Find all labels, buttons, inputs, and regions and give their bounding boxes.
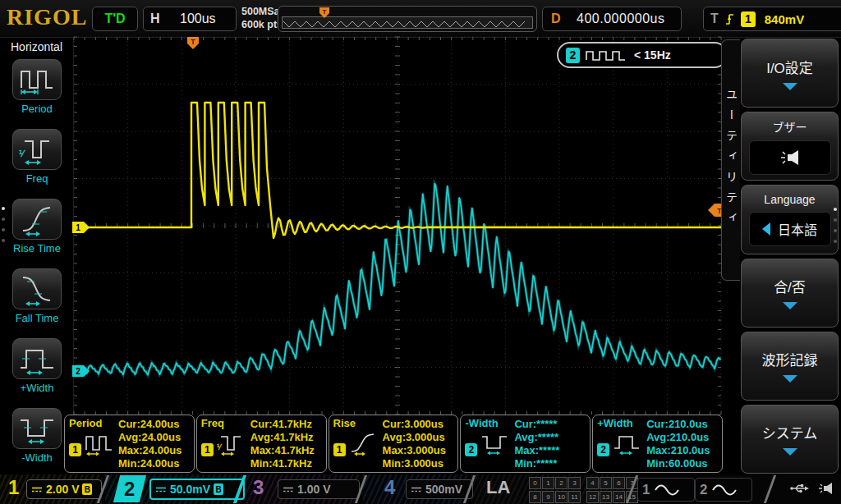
channel4-status[interactable]: 4 500mV [363, 474, 468, 504]
menu-item-plus-width[interactable]: +Width [7, 338, 67, 394]
menu-scroll-dots [2, 207, 5, 242]
source2-status[interactable]: 2 [695, 478, 752, 502]
chevron-down-icon [783, 83, 797, 90]
period-icon [84, 430, 115, 456]
la-digit: 13 [600, 491, 612, 503]
period-icon [17, 62, 57, 98]
channel3-status[interactable]: 3 1.00 V [243, 474, 360, 504]
waveform-display[interactable]: TT12 2 < 15Hz [74, 37, 721, 415]
menu-io-settings[interactable]: I/O設定 [741, 39, 839, 108]
menu-item-freq[interactable]: ⅟ Freq [7, 129, 67, 185]
la-digit: 8 [529, 491, 541, 503]
menu-language[interactable]: Language 日本語 [741, 185, 839, 254]
dc-coupling-icon [411, 486, 422, 493]
menu-item-rise-time[interactable]: Rise Time [7, 199, 67, 254]
channel2-badge: 2 [465, 443, 477, 456]
source2-number: 2 [700, 482, 707, 498]
la-digit: 10 [555, 491, 568, 503]
horizontal-timebase[interactable]: H 100us [143, 7, 237, 31]
logic-analyzer-status[interactable]: LA 0123456789101112131415 [471, 474, 631, 504]
svg-text:T: T [323, 8, 327, 16]
svg-text:T: T [191, 38, 195, 46]
menu-item-minus-width[interactable]: -Width [7, 408, 67, 464]
chevron-left-icon [762, 222, 770, 236]
rise-time-icon [348, 430, 379, 456]
channel-status-bar: 1 2.00 V B 2 50.0mV B [0, 474, 841, 504]
la-digit: 9 [542, 491, 554, 503]
bandwidth-icon: B [214, 483, 223, 495]
measurement-period: Period 1 Cur:24.00usAvg:24.00us Max:24.0… [64, 415, 195, 473]
menu-record[interactable]: 波形記録 [741, 332, 839, 401]
trigger-source-badge: 1 [741, 11, 756, 27]
trigger-status-badge: T'D [92, 7, 138, 31]
menu-page-dots [834, 208, 837, 243]
la-digit: 5 [600, 477, 612, 489]
source1-status[interactable]: 1 [637, 478, 695, 502]
rigol-logo: RIGOL [7, 4, 87, 30]
preview-trigger-marker-icon[interactable]: T [319, 7, 330, 23]
utility-menu: I/O設定 ブザー Language 日本語 合/否 波形記録 [741, 39, 839, 474]
menu-buzzer[interactable]: ブザー [741, 112, 839, 181]
plus-width-icon [17, 341, 57, 377]
channel1-status[interactable]: 1 2.00 V B [0, 474, 102, 504]
la-digit: 11 [568, 491, 581, 503]
measurement-freq: Freq 1 ⅟ Cur:41.7kHzAvg:41.7kHz Max:41.7… [196, 415, 327, 473]
channel2-number: 2 [113, 475, 146, 502]
utility-tab: ユーティリティ [721, 39, 740, 281]
svg-text:⅟: ⅟ [217, 443, 223, 451]
la-digit-grid: 0123456789101112131415 [529, 477, 638, 503]
bandwidth-icon: B [82, 483, 92, 495]
minus-width-icon [480, 430, 511, 456]
la-digit: 6 [613, 477, 625, 489]
la-digit: 1 [542, 477, 554, 489]
usb-icon [790, 483, 810, 494]
channel3-number: 3 [253, 476, 264, 499]
t-label: T [710, 11, 719, 26]
la-digit: 4 [586, 477, 599, 489]
menu-system[interactable]: システム [741, 405, 839, 474]
la-digit: 14 [613, 491, 625, 503]
delay-readout[interactable]: D 400.000000us [542, 7, 682, 31]
sine-wave-icon [654, 483, 680, 497]
h-label: H [150, 11, 160, 26]
language-value: 日本語 [778, 219, 817, 239]
speaker-icon [818, 482, 834, 495]
horizontal-preview[interactable]: T [278, 6, 537, 32]
dc-coupling-icon [155, 486, 167, 493]
channel1-number: 1 [8, 476, 19, 499]
dc-coupling-icon [283, 486, 294, 493]
channel2-badge: 2 [566, 48, 580, 63]
chevron-down-icon [783, 302, 797, 309]
la-digit: 3 [568, 477, 581, 489]
delay-value: 400.000000us [569, 11, 681, 26]
channel1-position-marker[interactable] [72, 222, 90, 233]
trigger-readout[interactable]: T 1 840mV [703, 7, 841, 31]
measure-menu: Horizontal Period ⅟ Freq [0, 38, 74, 474]
rise-time-icon [17, 201, 57, 237]
speaker-icon [779, 149, 802, 167]
menu-item-fall-time[interactable]: Fall Time [7, 268, 67, 324]
menu-item-period[interactable]: Period [7, 59, 67, 115]
menu-pass-fail[interactable]: 合/否 [741, 259, 839, 328]
channel3-scale: 1.00 V [297, 483, 330, 496]
measurement-minus-width: -Width 2 Cur:*****Avg:***** Max:*****Min… [460, 415, 591, 473]
la-digit: 2 [555, 477, 568, 489]
measurement-plus-width: +Width 2 Cur:210.0usAvg:210.0us Max:210.… [592, 415, 723, 473]
status-bar: RIGOL T'D H 100us 500MSa/s 600k pts T D … [0, 0, 841, 38]
channel1-scale: 2.00 V [46, 483, 79, 496]
measurement-rise: Rise 1 Cur:3.000usAvg:3.000us Max:3.000u… [329, 415, 459, 473]
svg-text:1: 1 [76, 223, 80, 232]
channel4-scale: 500mV [425, 483, 462, 496]
la-digit: 0 [529, 477, 541, 489]
channel1-badge: 1 [69, 443, 81, 456]
measure-menu-title: Horizontal [0, 40, 73, 53]
channel2-status[interactable]: 2 50.0mV B [105, 474, 243, 504]
utility-tab-label: ユーティリティ [723, 89, 739, 232]
sine-wave-icon [711, 483, 738, 497]
minus-width-icon [17, 410, 57, 447]
oscilloscope-screen: RIGOL T'D H 100us 500MSa/s 600k pts T D … [0, 0, 841, 504]
trigger-level-value: 840mV [765, 12, 804, 26]
freq-icon: ⅟ [17, 131, 57, 167]
measurement-bar: Period 1 Cur:24.00usAvg:24.00us Max:24.0… [64, 415, 723, 473]
channel2-badge: 2 [597, 443, 609, 456]
